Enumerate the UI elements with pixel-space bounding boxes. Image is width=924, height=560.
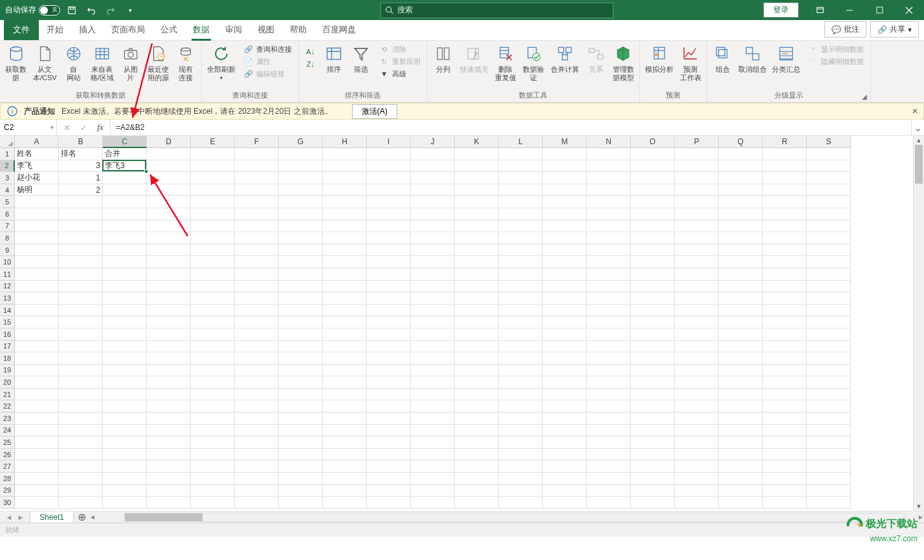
cell-G6[interactable] (279, 208, 323, 221)
cell-F11[interactable] (235, 268, 279, 281)
cell-D19[interactable] (147, 365, 191, 377)
cell-N28[interactable] (587, 473, 631, 485)
cell-B27[interactable] (59, 460, 103, 473)
cell-B1[interactable]: 排名 (59, 148, 103, 160)
cell-B16[interactable] (59, 328, 103, 341)
cell-M19[interactable] (543, 365, 587, 377)
row-header-26[interactable]: 26 (0, 449, 15, 461)
cell-D3[interactable] (147, 172, 191, 184)
cells-area[interactable]: 姓名排名合并李飞3李飞3赵小花1杨明2 (15, 148, 913, 511)
cell-F17[interactable] (235, 341, 279, 353)
cell-E20[interactable] (191, 376, 235, 389)
cell-P23[interactable] (675, 413, 719, 425)
cell-I18[interactable] (367, 352, 411, 365)
cell-P15[interactable] (675, 316, 719, 328)
cell-Q18[interactable] (719, 352, 763, 365)
autosave-toggle[interactable]: 自动保存 关 (5, 5, 60, 16)
cell-C3[interactable] (103, 172, 147, 184)
cell-O11[interactable] (631, 268, 675, 281)
cell-Q22[interactable] (719, 400, 763, 413)
cancel-formula-button[interactable]: ✕ (61, 123, 72, 133)
cell-C8[interactable] (103, 232, 147, 244)
row-header-15[interactable]: 15 (0, 316, 15, 328)
sheet-tab-1[interactable]: Sheet1 (30, 512, 74, 523)
cell-O13[interactable] (631, 292, 675, 305)
cell-E21[interactable] (191, 389, 235, 401)
cell-K14[interactable] (455, 305, 499, 317)
cell-D25[interactable] (147, 436, 191, 449)
cell-G28[interactable] (279, 473, 323, 485)
cell-P20[interactable] (675, 376, 719, 389)
cell-B30[interactable] (59, 497, 103, 509)
search-box[interactable]: 搜索 (380, 3, 613, 18)
g1-btn-0[interactable]: 获取数据 (3, 42, 29, 83)
cell-P26[interactable] (675, 449, 719, 461)
row-header-7[interactable]: 7 (0, 221, 15, 233)
cell-F12[interactable] (235, 281, 279, 293)
cell-I17[interactable] (367, 341, 411, 353)
cell-M5[interactable] (543, 196, 587, 208)
cell-D4[interactable] (147, 184, 191, 197)
cell-P2[interactable] (675, 160, 719, 173)
cell-M22[interactable] (543, 400, 587, 413)
cell-R22[interactable] (763, 400, 807, 413)
save-icon[interactable] (64, 3, 80, 18)
cell-G12[interactable] (279, 281, 323, 293)
cell-R26[interactable] (763, 449, 807, 461)
cell-F2[interactable] (235, 160, 279, 173)
cell-K16[interactable] (455, 328, 499, 341)
cell-O1[interactable] (631, 148, 675, 160)
cell-R1[interactable] (763, 148, 807, 160)
g4-btn-4[interactable]: 合并计算 (548, 42, 582, 75)
cell-G13[interactable] (279, 292, 323, 305)
cell-O20[interactable] (631, 376, 675, 389)
cell-H9[interactable] (323, 244, 367, 257)
cell-S28[interactable] (807, 473, 851, 485)
cell-R21[interactable] (763, 389, 807, 401)
cell-S13[interactable] (807, 292, 851, 305)
cell-D16[interactable] (147, 328, 191, 341)
cell-F30[interactable] (235, 497, 279, 509)
cell-D27[interactable] (147, 460, 191, 473)
cell-I8[interactable] (367, 232, 411, 244)
enter-formula-button[interactable]: ✓ (78, 123, 89, 133)
cell-P7[interactable] (675, 221, 719, 233)
cell-R13[interactable] (763, 292, 807, 305)
cell-N25[interactable] (587, 436, 631, 449)
cell-Q17[interactable] (719, 341, 763, 353)
sheet-nav-next[interactable]: ► (16, 513, 26, 521)
cell-C25[interactable] (103, 436, 147, 449)
cell-C7[interactable] (103, 221, 147, 233)
cell-H7[interactable] (323, 221, 367, 233)
cell-C18[interactable] (103, 352, 147, 365)
cell-N2[interactable] (587, 160, 631, 173)
cell-E6[interactable] (191, 208, 235, 221)
cell-B2[interactable]: 3 (59, 160, 103, 173)
cell-K2[interactable] (455, 160, 499, 173)
cell-N18[interactable] (587, 352, 631, 365)
cell-M27[interactable] (543, 460, 587, 473)
cell-J22[interactable] (411, 400, 455, 413)
cell-F10[interactable] (235, 256, 279, 268)
cell-G17[interactable] (279, 341, 323, 353)
cell-G10[interactable] (279, 256, 323, 268)
cell-M11[interactable] (543, 268, 587, 281)
maximize-button[interactable] (864, 0, 894, 20)
cell-E24[interactable] (191, 425, 235, 437)
cell-K22[interactable] (455, 400, 499, 413)
col-header-H[interactable]: H (323, 136, 367, 148)
cell-H20[interactable] (323, 376, 367, 389)
cell-Q9[interactable] (719, 244, 763, 257)
cell-R23[interactable] (763, 413, 807, 425)
cell-O9[interactable] (631, 244, 675, 257)
cell-P21[interactable] (675, 389, 719, 401)
select-all-button[interactable] (0, 136, 15, 148)
cell-I11[interactable] (367, 268, 411, 281)
cell-L15[interactable] (499, 316, 543, 328)
cell-N13[interactable] (587, 292, 631, 305)
cell-K4[interactable] (455, 184, 499, 197)
cell-S3[interactable] (807, 172, 851, 184)
cell-N3[interactable] (587, 172, 631, 184)
cell-R12[interactable] (763, 281, 807, 293)
cell-B19[interactable] (59, 365, 103, 377)
